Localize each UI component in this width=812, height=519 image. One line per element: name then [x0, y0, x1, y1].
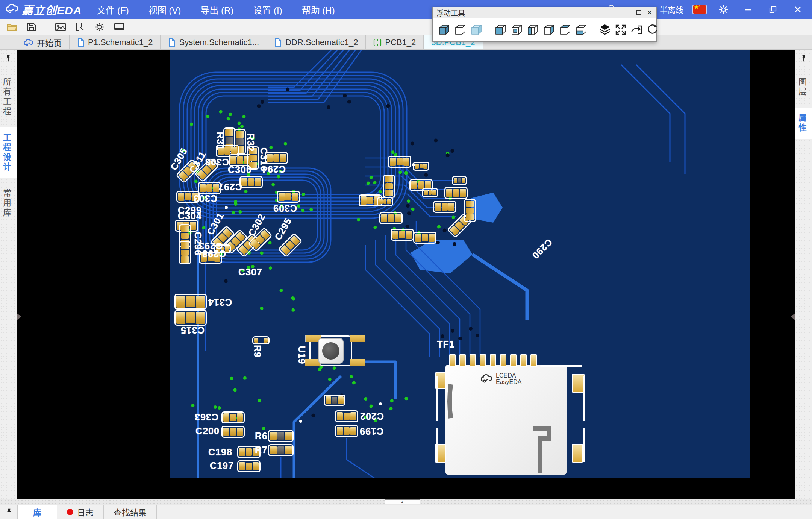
bottom-panel-tabs: 库日志查找结果	[0, 505, 812, 519]
sdcard-silkscreen-bar	[436, 376, 438, 421]
tab-ddr-schematic[interactable]: DDR.Schematic1_2	[267, 35, 366, 49]
bottom-tab-log[interactable]: 日志	[57, 505, 104, 519]
pcb-3d-canvas[interactable]: LCEDAEasyEDA R31R32C308C300C305C311C316C…	[17, 50, 795, 499]
tab-pcb[interactable]: PCB1_2	[366, 35, 424, 49]
view-top-icon[interactable]	[558, 23, 571, 37]
bottom-resize-strip: ▲	[0, 499, 812, 505]
bottom-tab-label: 日志	[77, 506, 94, 518]
fit-view-icon[interactable]	[615, 23, 627, 37]
view-right-icon[interactable]	[542, 23, 555, 37]
silkscreen-label-c202: C202	[360, 411, 384, 422]
sidebar-right-properties[interactable]: 属性	[795, 108, 812, 139]
export-view-icon[interactable]	[630, 23, 643, 37]
view-back-icon[interactable]	[510, 23, 523, 37]
panel-drag-handle[interactable]: ▲	[385, 499, 420, 504]
menu-file[interactable]: 文件 (F)	[88, 1, 137, 18]
file-icon	[274, 38, 282, 47]
app-logo: 嘉立创EDA	[0, 1, 88, 18]
app-title: 嘉立创EDA	[22, 1, 82, 18]
tab-label: System.Schematic1...	[179, 38, 259, 47]
sidebar-left-all-projects[interactable]: 所有工程	[0, 71, 17, 123]
silkscreen-label-c363: C363	[194, 411, 218, 422]
r6-part	[268, 430, 294, 442]
tab-label: P1.Schematic1_2	[88, 38, 153, 47]
cube-transparent-icon[interactable]	[470, 23, 482, 37]
tab-p1-schematic[interactable]: P1.Schematic1_2	[70, 35, 161, 49]
floating-tool-titlebar[interactable]: 浮动工具 ✕	[433, 7, 656, 18]
silkscreen-label-c298: C298	[202, 248, 226, 259]
collapse-left-panel-arrow[interactable]	[17, 313, 21, 320]
floating-tool-close-icon[interactable]: ✕	[647, 9, 653, 16]
titlebar: 嘉立创EDA 文件 (F)视图 (V)导出 (R)设置 (I)帮助 (H) V2…	[0, 0, 812, 19]
tab-label: DDR.Schematic1_2	[285, 38, 358, 47]
floating-tool-restore-icon[interactable]	[636, 10, 641, 15]
bottom-tab-search-results[interactable]: 查找结果	[104, 505, 157, 519]
menu-settings[interactable]: 设置 (I)	[245, 1, 290, 18]
cube-wireframe-icon[interactable]	[453, 23, 466, 37]
tab-start-page[interactable]: 开始页	[16, 35, 70, 49]
settings-gear-icon[interactable]	[91, 20, 108, 34]
component-part	[422, 188, 438, 197]
image-export-icon[interactable]	[52, 20, 69, 34]
component-part	[388, 156, 411, 168]
component-part	[324, 395, 345, 406]
bottom-tab-library[interactable]: 库	[17, 505, 57, 519]
left-pin-icon[interactable]	[5, 54, 12, 64]
silkscreen-label-c197: C197	[210, 460, 234, 471]
view-left-icon[interactable]	[526, 23, 539, 37]
bottom-pin-icon[interactable]	[0, 505, 17, 519]
sidebar-left-project-design[interactable]: 工程设计	[0, 127, 17, 178]
pcb-board: LCEDAEasyEDA R31R32C308C300C305C311C316C…	[170, 50, 750, 478]
menu-view[interactable]: 视图 (V)	[140, 1, 189, 18]
view-front-icon[interactable]	[494, 23, 506, 37]
silkscreen-label-r31: R31	[215, 132, 226, 150]
silkscreen-label-c314: C314	[208, 297, 232, 308]
silkscreen-label-c304: C304	[178, 211, 202, 222]
titlebar-settings-icon[interactable]	[716, 2, 731, 17]
menu-export[interactable]: 导出 (R)	[192, 1, 242, 18]
silkscreen-label-c199: C199	[359, 426, 383, 437]
sidebar-right-layers[interactable]: 图层	[795, 71, 812, 103]
package-export-icon[interactable]	[72, 20, 88, 34]
component-part	[433, 201, 456, 213]
sdcard-slot-tf1: LCEDAEasyEDA	[445, 354, 575, 475]
c202-part	[335, 410, 358, 422]
silkscreen-label-c303: C303	[193, 193, 217, 204]
folder-open-icon[interactable]	[4, 20, 20, 34]
view-bottom-icon[interactable]	[574, 23, 587, 37]
right-pin-icon[interactable]	[801, 54, 807, 64]
rotate-view-icon[interactable]	[646, 23, 658, 37]
component-part	[452, 176, 467, 185]
cloud-logo-icon	[5, 3, 19, 15]
device-monitor-icon[interactable]	[111, 20, 127, 34]
collapse-right-panel-arrow[interactable]	[791, 313, 795, 320]
save-icon[interactable]	[23, 20, 40, 34]
restore-button[interactable]	[765, 2, 780, 17]
right-sidebar: 图层属性	[795, 50, 812, 499]
minimize-button[interactable]	[741, 2, 756, 17]
component-part	[377, 197, 393, 206]
silkscreen-label-r32: R32	[245, 134, 256, 152]
component-part	[391, 229, 414, 241]
tab-label: PCB1_2	[385, 38, 416, 47]
close-button[interactable]	[790, 2, 805, 17]
sidebar-left-common-library[interactable]: 常用库	[0, 183, 17, 224]
c315-part	[174, 310, 207, 326]
c200-part	[221, 426, 245, 438]
cube-solid-icon[interactable]	[437, 23, 450, 37]
c309-part	[277, 191, 300, 203]
flag-china-icon[interactable]: ★★	[693, 5, 706, 14]
component-part	[383, 175, 395, 198]
layers-icon[interactable]	[598, 23, 611, 37]
c197-part	[237, 460, 261, 472]
tab-system-schematic[interactable]: System.Schematic1...	[161, 35, 267, 49]
silkscreen-label-r9: R9	[252, 345, 263, 358]
silkscreen-label-c198: C198	[208, 447, 232, 458]
component-part	[379, 212, 403, 224]
file-icon	[77, 38, 85, 47]
menu-help[interactable]: 帮助 (H)	[294, 1, 343, 18]
cloud-icon	[24, 39, 33, 46]
sdcard-silkscreen-bar	[540, 365, 582, 367]
easyeda-window: 嘉立创EDA 文件 (F)视图 (V)导出 (R)设置 (I)帮助 (H) V2…	[0, 0, 812, 519]
toolbar-separator	[46, 22, 46, 32]
